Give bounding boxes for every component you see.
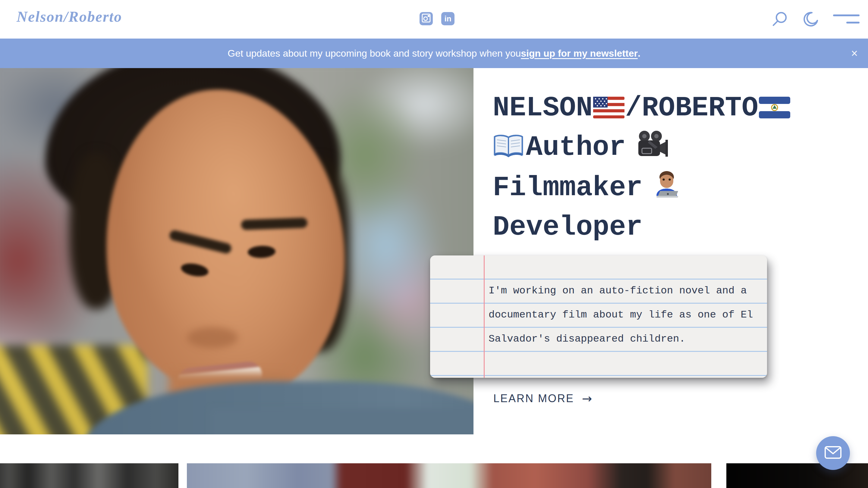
man-technologist-emoji xyxy=(652,169,682,210)
header: Nelson/Roberto in xyxy=(0,0,868,38)
announcement-banner: Get updates about my upcoming book and s… xyxy=(0,38,868,68)
search-button[interactable] xyxy=(772,11,788,29)
headline-filmmaker: Filmmaker xyxy=(493,172,643,204)
note-line: I'm working on an auto-fiction novel and… xyxy=(489,280,761,304)
header-actions xyxy=(772,11,860,29)
headline-developer: Developer xyxy=(493,212,643,243)
portrait-shirt-lower xyxy=(211,409,473,434)
hero-portrait-photo xyxy=(0,68,473,434)
linkedin-icon: in xyxy=(444,15,451,23)
banner-text: Get updates about my upcoming book and s… xyxy=(227,48,521,59)
portrait-nose-shadow xyxy=(187,327,238,348)
gallery-image-dark-still-content xyxy=(726,463,868,488)
social-links: in xyxy=(420,12,455,25)
headline-nelson: NELSON xyxy=(493,92,592,124)
banner-close-button[interactable]: × xyxy=(851,47,858,59)
hero-headline: NELSON/ROBERTO Author Filmmaker Develope… xyxy=(493,90,794,245)
headline-line-3: Filmmaker xyxy=(493,169,794,210)
newsletter-signup-link[interactable]: sign up for my newsletter xyxy=(521,48,638,59)
gallery-image-film-still-content xyxy=(187,463,711,488)
search-icon xyxy=(772,11,788,29)
note-line: documentary film about my life as one of… xyxy=(489,304,761,328)
note-line: Salvador's disappeared children. xyxy=(489,328,761,352)
menu-button[interactable] xyxy=(833,13,860,27)
envelope-icon xyxy=(824,446,842,460)
headline-line-4: Developer xyxy=(493,210,794,245)
note-card: I'm working on an auto-fiction novel and… xyxy=(430,255,767,378)
instagram-button[interactable] xyxy=(420,12,433,25)
movie-camera-emoji xyxy=(633,130,671,169)
gallery-image-dark-still[interactable] xyxy=(726,463,868,488)
contact-email-button[interactable] xyxy=(816,436,850,470)
note-card-text: I'm working on an auto-fiction novel and… xyxy=(489,280,761,352)
gallery-image-archival-bw[interactable] xyxy=(0,463,179,488)
linkedin-button[interactable]: in xyxy=(441,12,455,25)
headline-line-2: Author xyxy=(493,130,794,169)
gallery-image-archival-bw-content xyxy=(0,463,179,488)
us-flag-emoji xyxy=(592,95,625,130)
right-arrow-icon: → xyxy=(582,392,592,405)
el-salvador-flag-emoji xyxy=(758,95,791,130)
learn-more-label: LEARN MORE xyxy=(493,392,574,405)
page: Nelson/Roberto in xyxy=(0,0,868,488)
gallery-image-film-still[interactable] xyxy=(187,463,711,488)
headline-line-1: NELSON/ROBERTO xyxy=(493,90,794,130)
note-card-margin-line xyxy=(484,255,485,378)
site-logo[interactable]: Nelson/Roberto xyxy=(17,8,122,25)
instagram-icon xyxy=(422,13,431,24)
learn-more-link[interactable]: LEARN MORE → xyxy=(493,392,592,405)
dark-mode-toggle[interactable] xyxy=(803,11,818,28)
headline-roberto: /ROBERTO xyxy=(625,92,758,124)
banner-text-period: . xyxy=(638,48,641,59)
headline-author: Author xyxy=(526,132,626,163)
dark-mode-moon-icon xyxy=(803,11,818,28)
open-book-emoji xyxy=(493,134,524,169)
menu-icon xyxy=(833,13,860,27)
